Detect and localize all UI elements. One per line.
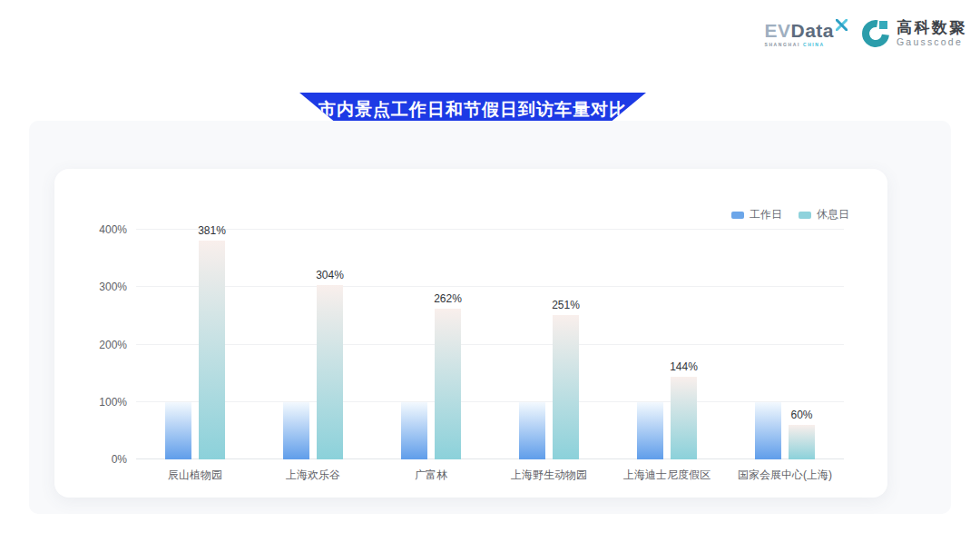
- evdata-wordmark-ev: EV: [764, 21, 790, 40]
- x-axis-label-上海欢乐谷: 上海欢乐谷: [254, 468, 372, 483]
- barwrap-s2-c5: 144%: [671, 230, 697, 459]
- bar-value-label-国家会展中心(上海): 60%: [790, 409, 812, 421]
- gausscode-mark-icon: [860, 18, 891, 49]
- barwrap-s1-c6: [755, 230, 781, 459]
- barwrap-s2-c1: 381%: [199, 230, 225, 459]
- y-axis-tick-100%: 100%: [73, 396, 127, 409]
- bar-group-6: 60%国家会展中心(上海): [726, 230, 844, 459]
- bar-value-label-上海迪士尼度假区: 144%: [670, 360, 698, 373]
- evdata-subtitle-right: CHINA: [803, 42, 825, 47]
- bar-工作日-上海欢乐谷[interactable]: [283, 402, 309, 459]
- evdata-subtitle: SHANGHAI CHINA: [764, 43, 848, 47]
- evdata-wordmark: EVData: [764, 21, 848, 40]
- bar-休息日-广富林[interactable]: [435, 309, 461, 459]
- bar-工作日-上海迪士尼度假区[interactable]: [637, 402, 663, 459]
- chart-card: 工作日休息日 0%100%200%300%400%381%辰山植物园304%上海…: [54, 169, 887, 498]
- evdata-subtitle-left: SHANGHAI: [764, 42, 799, 47]
- bar-工作日-上海野生动物园[interactable]: [519, 402, 545, 459]
- bar-休息日-国家会展中心(上海)[interactable]: [789, 425, 815, 459]
- bar-value-label-辰山植物园: 381%: [198, 224, 226, 237]
- brand-logos: EVData SHANGHAI CHINA 高科数聚 Gausscode: [764, 18, 967, 49]
- chart-panel: 工作日休息日 0%100%200%300%400%381%辰山植物园304%上海…: [29, 121, 951, 514]
- x-axis-label-上海迪士尼度假区: 上海迪士尼度假区: [608, 468, 726, 483]
- y-axis-tick-0%: 0%: [73, 453, 127, 466]
- bar-group-5: 144%上海迪士尼度假区: [608, 230, 726, 459]
- y-axis-tick-400%: 400%: [73, 223, 127, 236]
- barwrap-s1-c4: [519, 230, 545, 459]
- barwrap-s1-c5: [637, 230, 663, 459]
- bar-value-label-上海野生动物园: 251%: [552, 299, 580, 311]
- gausscode-logo: 高科数聚 Gausscode: [860, 18, 967, 49]
- x-axis-label-广富林: 广富林: [372, 468, 490, 483]
- bar-工作日-国家会展中心(上海)[interactable]: [755, 402, 781, 459]
- bar-休息日-辰山植物园[interactable]: [199, 241, 225, 459]
- legend-item-休息日[interactable]: 休息日: [799, 207, 849, 222]
- barwrap-s2-c3: 262%: [435, 230, 461, 459]
- page: EVData SHANGHAI CHINA 高科数聚 Gausscode: [0, 0, 980, 552]
- barwrap-s1-c3: [401, 230, 427, 459]
- bar-休息日-上海欢乐谷[interactable]: [317, 285, 343, 459]
- chart-plot: 0%100%200%300%400%381%辰山植物园304%上海欢乐谷262%…: [136, 230, 844, 459]
- bar-group-4: 251%上海野生动物园: [490, 230, 608, 459]
- bar-工作日-辰山植物园[interactable]: [165, 402, 191, 459]
- legend-label: 休息日: [817, 207, 849, 222]
- bar-group-3: 262%广富林: [372, 230, 490, 459]
- bar-休息日-上海野生动物园[interactable]: [553, 315, 579, 459]
- legend-item-工作日[interactable]: 工作日: [731, 207, 782, 222]
- bar-group-1: 381%辰山植物园: [136, 230, 254, 459]
- bar-value-label-上海欢乐谷: 304%: [316, 269, 344, 281]
- y-axis-tick-200%: 200%: [73, 339, 127, 351]
- legend-label: 工作日: [750, 207, 782, 222]
- bar-group-2: 304%上海欢乐谷: [254, 230, 372, 459]
- x-axis-label-国家会展中心(上海): 国家会展中心(上海): [726, 468, 844, 483]
- barwrap-s1-c2: [283, 230, 309, 459]
- y-axis-tick-300%: 300%: [73, 281, 127, 293]
- legend-marker-icon: [799, 212, 811, 219]
- x-axis-label-辰山植物园: 辰山植物园: [136, 468, 254, 483]
- legend-marker-icon: [731, 212, 744, 219]
- x-axis-label-上海野生动物园: 上海野生动物园: [490, 468, 608, 483]
- bar-value-label-广富林: 262%: [434, 292, 462, 305]
- evdata-logo: EVData SHANGHAI CHINA: [764, 21, 848, 47]
- barwrap-s2-c6: 60%: [789, 230, 815, 459]
- bar-休息日-上海迪士尼度假区[interactable]: [671, 377, 697, 459]
- barwrap-s2-c2: 304%: [317, 230, 343, 459]
- bar-工作日-广富林[interactable]: [401, 402, 427, 459]
- evdata-wordmark-data: Data: [790, 21, 834, 40]
- barwrap-s2-c4: 251%: [553, 230, 579, 459]
- gausscode-name-cn: 高科数聚: [897, 20, 967, 35]
- evdata-x-icon: [836, 19, 848, 31]
- barwrap-s1-c1: [165, 230, 191, 459]
- gausscode-text: 高科数聚 Gausscode: [897, 20, 967, 47]
- page-title: 市内景点工作日和节假日到访车量对比: [318, 98, 627, 122]
- gausscode-name-en: Gausscode: [897, 37, 967, 47]
- chart-legend: 工作日休息日: [731, 207, 849, 222]
